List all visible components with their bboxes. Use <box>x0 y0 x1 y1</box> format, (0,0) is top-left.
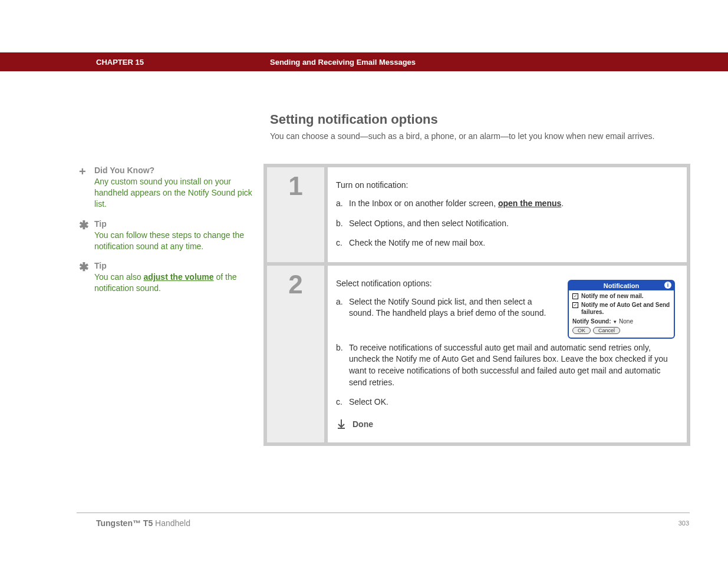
footer-product-rest: Handheld <box>153 518 190 528</box>
ok-button[interactable]: OK <box>572 327 591 334</box>
done-label: Done <box>353 419 373 429</box>
steps-container: 1 Turn on notification: a. In the Inbox … <box>263 164 690 446</box>
list-text: In the Inbox or on another folder screen… <box>349 198 675 210</box>
chapter-number: CHAPTER 15 <box>96 58 144 67</box>
list-letter: b. <box>336 342 349 388</box>
dialog-title-text: Notification <box>604 282 640 289</box>
adjust-volume-link[interactable]: adjust the volume <box>144 272 214 282</box>
step-lead: Turn on notification: <box>336 180 675 190</box>
chapter-header: CHAPTER 15 Sending and Receiving Email M… <box>0 52 728 71</box>
tip-block: ✱ Tip You can also adjust the volume of … <box>77 261 253 294</box>
notify-failures-row: ✓ Notify me of Auto Get and Send failure… <box>572 302 670 316</box>
footer-product: Tungsten™ T5 Handheld <box>96 518 190 528</box>
step-1b: b. Select Options, and then select Notif… <box>336 218 675 230</box>
step-number-cell: 2 <box>267 266 324 442</box>
text-after: . <box>561 199 564 208</box>
did-you-know-block: + Did You Know? Any custom sound you ins… <box>77 166 253 210</box>
list-letter: a. <box>336 296 349 319</box>
asterisk-icon: ✱ <box>77 219 94 252</box>
sidebar-text-before: You can also <box>94 272 144 282</box>
step-1: 1 Turn on notification: a. In the Inbox … <box>267 167 687 262</box>
dropdown-icon[interactable]: ▼ <box>612 319 617 325</box>
sound-label: Notify Sound: <box>572 318 611 325</box>
step-2a: a. Select the Notify Sound pick list, an… <box>336 296 556 319</box>
sidebar-heading: Did You Know? <box>94 166 253 175</box>
plus-icon: + <box>77 166 94 210</box>
cancel-button[interactable]: Cancel <box>593 327 620 334</box>
step-number: 1 <box>288 173 302 262</box>
step-number: 2 <box>288 272 302 442</box>
step-body: Select notification options: a. Select t… <box>328 266 687 442</box>
sidebar-text: You can follow these steps to change the… <box>94 230 253 252</box>
sidebar-text: You can also adjust the volume of the no… <box>94 272 253 294</box>
list-letter: b. <box>336 218 349 230</box>
step-2c: c. Select OK. <box>336 396 675 408</box>
step-body: Turn on notification: a. In the Inbox or… <box>328 167 687 262</box>
page-title: Setting notification options <box>270 112 438 127</box>
list-text: Select the Notify Sound pick list, and t… <box>349 296 556 319</box>
asterisk-icon: ✱ <box>77 261 94 294</box>
open-menus-link[interactable]: open the menus <box>498 199 561 208</box>
chapter-title: Sending and Receiving Email Messages <box>270 58 416 67</box>
step-number-cell: 1 <box>267 167 324 262</box>
sidebar-heading: Tip <box>94 219 253 229</box>
info-icon[interactable]: i <box>664 282 671 289</box>
intro-paragraph: You can choose a sound—such as a bird, a… <box>270 131 689 143</box>
done-row: Done <box>336 419 675 429</box>
list-text: Select OK. <box>349 396 675 408</box>
footer-rule <box>77 513 690 513</box>
checkbox-label: Notify me of Auto Get and Send failures. <box>581 302 670 316</box>
notify-new-mail-row: ✓ Notify me of new mail. <box>572 293 670 300</box>
list-letter: c. <box>336 237 349 249</box>
checkbox-checked-icon[interactable]: ✓ <box>572 302 578 308</box>
list-letter: c. <box>336 396 349 408</box>
checkbox-checked-icon[interactable]: ✓ <box>572 293 578 299</box>
footer-product-bold: Tungsten™ T5 <box>96 518 153 528</box>
done-arrow-icon <box>336 419 347 429</box>
list-letter: a. <box>336 198 349 210</box>
step-2: 2 Select notification options: a. Select… <box>267 266 687 442</box>
sidebar: + Did You Know? Any custom sound you ins… <box>77 166 253 303</box>
list-text: Check the Notify me of new mail box. <box>349 237 675 249</box>
notify-sound-row: Notify Sound: ▼ None <box>572 318 670 325</box>
sound-value[interactable]: None <box>619 318 633 325</box>
step-1a: a. In the Inbox or on another folder scr… <box>336 198 675 210</box>
text-before: In the Inbox or on another folder screen… <box>349 199 498 208</box>
checkbox-label: Notify me of new mail. <box>581 293 644 300</box>
page-number: 303 <box>678 520 689 527</box>
tip-block: ✱ Tip You can follow these steps to chan… <box>77 219 253 252</box>
sidebar-text: Any custom sound you install on your han… <box>94 176 253 210</box>
notification-dialog: Notification i ✓ Notify me of new mail. … <box>568 280 675 339</box>
step-lead: Select notification options: <box>336 279 556 288</box>
sidebar-heading: Tip <box>94 261 253 270</box>
step-1c: c. Check the Notify me of new mail box. <box>336 237 675 249</box>
list-text: Select Options, and then select Notifica… <box>349 218 675 230</box>
list-text: To receive notifications of successful a… <box>349 342 675 388</box>
step-2b: b. To receive notifications of successfu… <box>336 342 675 388</box>
dialog-title: Notification i <box>569 281 674 290</box>
